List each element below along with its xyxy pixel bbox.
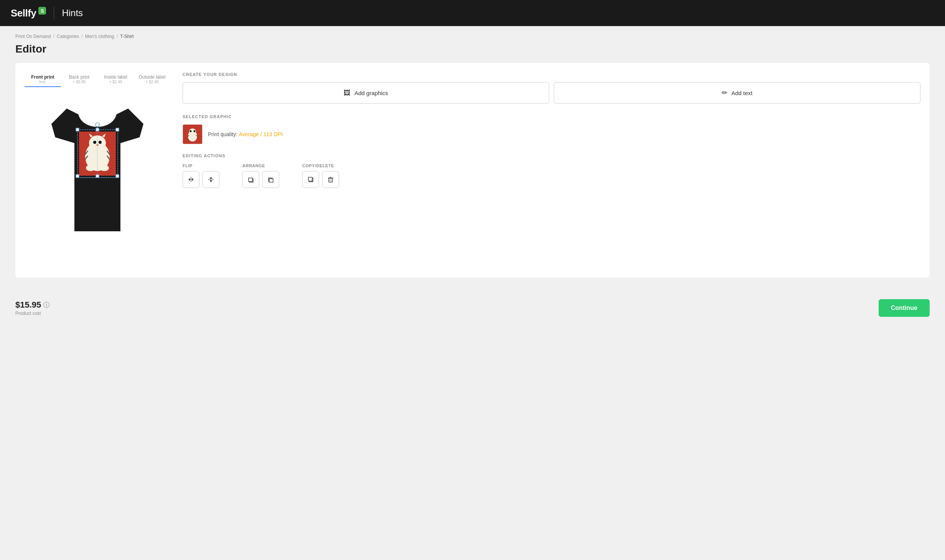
- graphic-info: Print quality: Average / 113 DPI: [183, 124, 920, 144]
- print-quality-info: Print quality: Average / 113 DPI: [208, 131, 283, 138]
- logo: Sellfy S: [11, 7, 46, 19]
- action-groups: FLIP: [183, 163, 920, 188]
- svg-rect-15: [76, 128, 79, 131]
- delete-button[interactable]: [322, 171, 339, 188]
- tshirt-svg: [44, 93, 151, 254]
- add-graphics-button[interactable]: 🖼 Add graphics: [183, 82, 549, 104]
- breadcrumb-item-3[interactable]: Men's clothing: [85, 34, 114, 39]
- tab-inside-label[interactable]: Inside label + $2.49: [97, 72, 134, 87]
- tab-back-print-price: + $9.95: [63, 80, 96, 84]
- svg-marker-34: [192, 178, 194, 181]
- header-title: Hints: [62, 8, 83, 18]
- editing-actions-label: EDITING ACTIONS: [183, 153, 920, 158]
- flip-buttons: [183, 171, 219, 188]
- breadcrumb-sep-1: /: [53, 34, 54, 39]
- logo-text: Sellfy: [11, 7, 36, 19]
- graphic-thumbnail: [183, 124, 202, 144]
- breadcrumb: Print On Demand / Categories / Men's clo…: [15, 34, 930, 39]
- copy-button[interactable]: [302, 171, 319, 188]
- design-panel: CREATE YOUR DESIGN 🖼 Add graphics ✏ Add …: [183, 72, 920, 268]
- breadcrumb-item-1[interactable]: Print On Demand: [15, 34, 51, 39]
- price-value: $15.95: [15, 300, 41, 310]
- flip-label: FLIP: [183, 163, 219, 168]
- svg-rect-43: [308, 177, 312, 181]
- action-group-copy-delete: COPY/DELETE: [302, 163, 339, 188]
- breadcrumb-sep-3: /: [117, 34, 118, 39]
- svg-point-13: [100, 165, 109, 171]
- copy-delete-buttons: [302, 171, 339, 188]
- breadcrumb-item-2[interactable]: Categories: [57, 34, 79, 39]
- logo-badge: S: [38, 7, 46, 15]
- continue-button[interactable]: Continue: [879, 299, 930, 317]
- tab-inside-label-price: + $2.49: [99, 80, 132, 84]
- tab-front-print[interactable]: Front print Incl.: [25, 72, 61, 87]
- svg-point-12: [86, 165, 95, 171]
- svg-marker-33: [188, 178, 190, 181]
- price-amount: $15.95 i: [15, 300, 49, 310]
- page-title: Editor: [15, 43, 930, 55]
- create-design-label: CREATE YOUR DESIGN: [183, 72, 920, 77]
- svg-rect-17: [76, 175, 79, 178]
- selected-graphic-section: SELECTED GRAPHIC: [183, 114, 920, 144]
- add-text-button[interactable]: ✏ Add text: [554, 82, 920, 104]
- send-backward-button[interactable]: [262, 171, 279, 188]
- svg-marker-37: [209, 180, 212, 182]
- bring-forward-button[interactable]: [242, 171, 259, 188]
- svg-rect-39: [249, 178, 252, 181]
- image-icon: 🖼: [344, 89, 351, 97]
- flip-vertical-button[interactable]: [202, 171, 219, 188]
- breadcrumb-item-current: T-Shirt: [120, 34, 133, 39]
- svg-rect-44: [329, 178, 333, 182]
- svg-point-6: [99, 141, 102, 144]
- action-group-arrange: ARRANGE: [242, 163, 279, 188]
- header-divider: [54, 7, 54, 19]
- tab-outside-label-price: + $2.49: [135, 80, 169, 84]
- pencil-icon: ✏: [722, 89, 728, 97]
- svg-point-29: [194, 130, 196, 132]
- arrange-label: ARRANGE: [242, 163, 279, 168]
- editor-card: Front print Incl. Back print + $9.95 Ins…: [15, 63, 930, 278]
- action-group-flip: FLIP: [183, 163, 219, 188]
- price-info-icon[interactable]: i: [43, 302, 49, 308]
- svg-point-5: [93, 141, 96, 144]
- svg-rect-41: [269, 179, 273, 182]
- tab-outside-label[interactable]: Outside label + $2.49: [134, 72, 170, 87]
- svg-rect-18: [116, 175, 119, 178]
- tab-back-print[interactable]: Back print + $9.95: [61, 72, 97, 87]
- svg-point-21: [95, 123, 99, 127]
- print-quality-text: Print quality: Average / 113 DPI: [208, 131, 283, 137]
- svg-point-28: [190, 130, 192, 132]
- flip-horizontal-button[interactable]: [183, 171, 199, 188]
- tshirt-preview: [44, 93, 151, 254]
- print-tabs: Front print Incl. Back print + $9.95 Ins…: [25, 72, 170, 87]
- print-quality-value: Average / 113 DPI: [239, 131, 283, 137]
- add-text-label: Add text: [731, 90, 752, 96]
- copy-delete-label: COPY/DELETE: [302, 163, 339, 168]
- header: Sellfy S Hints: [0, 0, 945, 26]
- action-buttons: 🖼 Add graphics ✏ Add text: [183, 82, 920, 104]
- graphic-thumbnail-inner: [183, 125, 202, 144]
- selected-graphic-label: SELECTED GRAPHIC: [183, 114, 920, 119]
- arrange-buttons: [242, 171, 279, 188]
- add-graphics-label: Add graphics: [354, 90, 388, 96]
- price-section: $15.95 i Product cost: [15, 300, 49, 316]
- tab-front-print-price: Incl.: [26, 80, 59, 84]
- price-label: Product cost: [15, 311, 49, 316]
- footer: $15.95 i Product cost Continue: [0, 293, 945, 323]
- svg-rect-16: [116, 128, 119, 131]
- page-content: Print On Demand / Categories / Men's clo…: [0, 26, 945, 293]
- breadcrumb-sep-2: /: [81, 34, 82, 39]
- editing-actions: EDITING ACTIONS FLIP: [183, 153, 920, 188]
- print-quality-label: Print quality:: [208, 131, 237, 137]
- svg-marker-36: [209, 177, 212, 179]
- preview-panel: Front print Incl. Back print + $9.95 Ins…: [25, 72, 170, 268]
